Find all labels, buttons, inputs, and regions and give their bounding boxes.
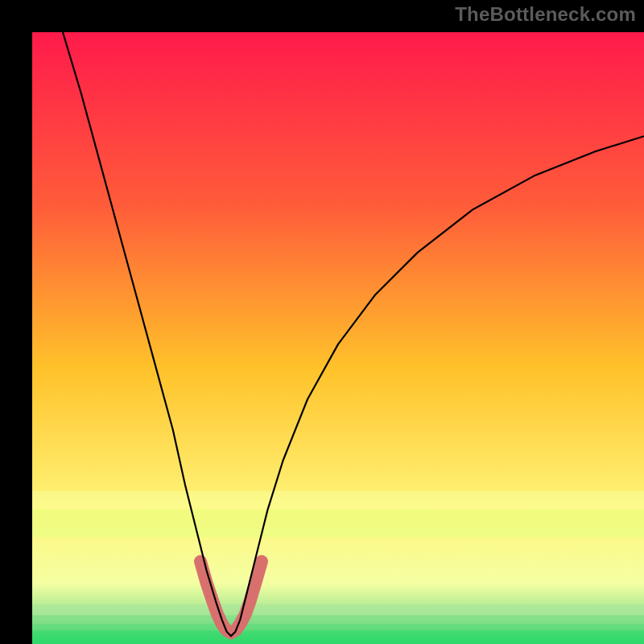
svg-rect-0 [32,491,644,510]
svg-rect-3 [32,615,644,624]
chart-svg [32,32,644,644]
chart-background [32,32,644,644]
frame: TheBottleneck.com [0,0,644,644]
svg-rect-2 [32,605,644,616]
svg-rect-1 [32,510,644,537]
svg-rect-5 [32,630,644,644]
svg-rect-4 [32,624,644,630]
watermark-text: TheBottleneck.com [455,3,636,26]
chart-area [32,32,644,644]
